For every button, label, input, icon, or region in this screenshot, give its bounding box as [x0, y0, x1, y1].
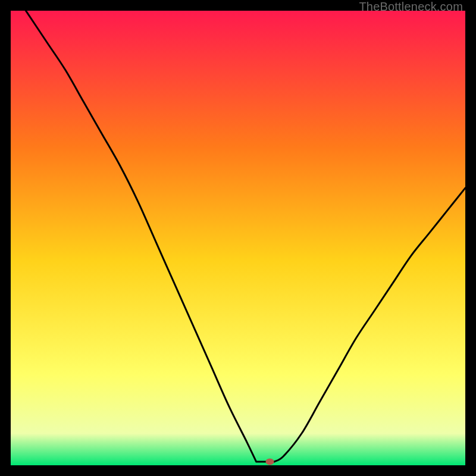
plot-svg [11, 11, 465, 465]
watermark-text: TheBottleneck.com [359, 0, 463, 14]
gradient-background [11, 11, 465, 465]
chart-frame: TheBottleneck.com [0, 0, 476, 476]
optimal-marker [265, 458, 274, 465]
plot-area [11, 11, 465, 465]
